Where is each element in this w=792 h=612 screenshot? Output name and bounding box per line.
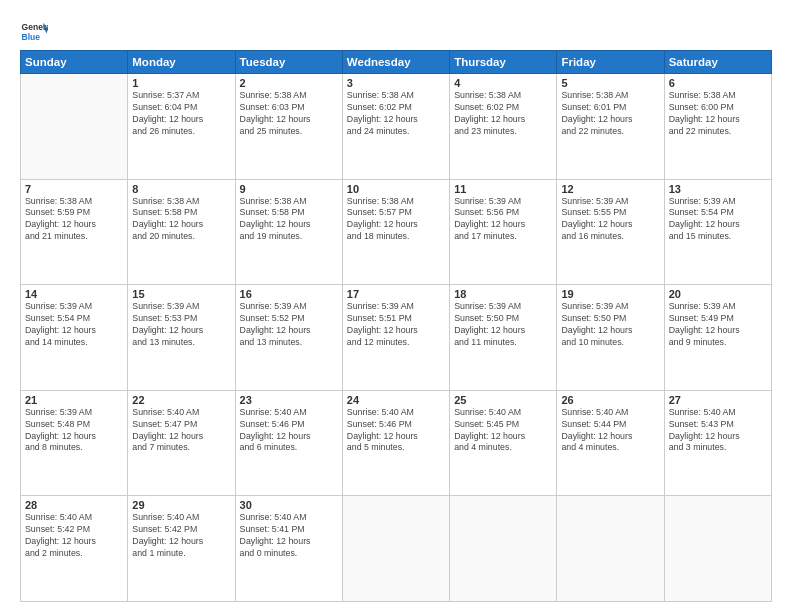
day-number: 3	[347, 77, 445, 89]
day-info: Sunrise: 5:40 AM Sunset: 5:46 PM Dayligh…	[240, 407, 338, 455]
day-info: Sunrise: 5:38 AM Sunset: 5:58 PM Dayligh…	[240, 196, 338, 244]
calendar-cell: 3Sunrise: 5:38 AM Sunset: 6:02 PM Daylig…	[342, 74, 449, 180]
day-info: Sunrise: 5:40 AM Sunset: 5:42 PM Dayligh…	[132, 512, 230, 560]
day-number: 10	[347, 183, 445, 195]
calendar-cell: 13Sunrise: 5:39 AM Sunset: 5:54 PM Dayli…	[664, 179, 771, 285]
col-header-friday: Friday	[557, 51, 664, 74]
calendar-week-row: 28Sunrise: 5:40 AM Sunset: 5:42 PM Dayli…	[21, 496, 772, 602]
day-info: Sunrise: 5:39 AM Sunset: 5:55 PM Dayligh…	[561, 196, 659, 244]
day-info: Sunrise: 5:40 AM Sunset: 5:41 PM Dayligh…	[240, 512, 338, 560]
calendar-week-row: 21Sunrise: 5:39 AM Sunset: 5:48 PM Dayli…	[21, 390, 772, 496]
day-number: 24	[347, 394, 445, 406]
day-number: 17	[347, 288, 445, 300]
day-info: Sunrise: 5:40 AM Sunset: 5:47 PM Dayligh…	[132, 407, 230, 455]
svg-text:Blue: Blue	[22, 32, 41, 42]
calendar-cell: 14Sunrise: 5:39 AM Sunset: 5:54 PM Dayli…	[21, 285, 128, 391]
calendar-cell: 12Sunrise: 5:39 AM Sunset: 5:55 PM Dayli…	[557, 179, 664, 285]
calendar-cell	[450, 496, 557, 602]
col-header-tuesday: Tuesday	[235, 51, 342, 74]
day-number: 22	[132, 394, 230, 406]
day-number: 15	[132, 288, 230, 300]
day-number: 20	[669, 288, 767, 300]
calendar-cell: 11Sunrise: 5:39 AM Sunset: 5:56 PM Dayli…	[450, 179, 557, 285]
day-number: 12	[561, 183, 659, 195]
day-info: Sunrise: 5:39 AM Sunset: 5:50 PM Dayligh…	[454, 301, 552, 349]
calendar-cell: 2Sunrise: 5:38 AM Sunset: 6:03 PM Daylig…	[235, 74, 342, 180]
day-info: Sunrise: 5:39 AM Sunset: 5:53 PM Dayligh…	[132, 301, 230, 349]
day-info: Sunrise: 5:40 AM Sunset: 5:42 PM Dayligh…	[25, 512, 123, 560]
calendar-cell: 7Sunrise: 5:38 AM Sunset: 5:59 PM Daylig…	[21, 179, 128, 285]
day-info: Sunrise: 5:39 AM Sunset: 5:51 PM Dayligh…	[347, 301, 445, 349]
calendar-cell: 9Sunrise: 5:38 AM Sunset: 5:58 PM Daylig…	[235, 179, 342, 285]
calendar-week-row: 1Sunrise: 5:37 AM Sunset: 6:04 PM Daylig…	[21, 74, 772, 180]
col-header-saturday: Saturday	[664, 51, 771, 74]
day-info: Sunrise: 5:40 AM Sunset: 5:46 PM Dayligh…	[347, 407, 445, 455]
day-info: Sunrise: 5:38 AM Sunset: 5:57 PM Dayligh…	[347, 196, 445, 244]
calendar-cell: 5Sunrise: 5:38 AM Sunset: 6:01 PM Daylig…	[557, 74, 664, 180]
day-info: Sunrise: 5:39 AM Sunset: 5:50 PM Dayligh…	[561, 301, 659, 349]
day-number: 11	[454, 183, 552, 195]
calendar-cell: 23Sunrise: 5:40 AM Sunset: 5:46 PM Dayli…	[235, 390, 342, 496]
calendar-cell: 8Sunrise: 5:38 AM Sunset: 5:58 PM Daylig…	[128, 179, 235, 285]
page: General Blue SundayMondayTuesdayWednesda…	[0, 0, 792, 612]
day-info: Sunrise: 5:38 AM Sunset: 5:58 PM Dayligh…	[132, 196, 230, 244]
calendar-cell: 6Sunrise: 5:38 AM Sunset: 6:00 PM Daylig…	[664, 74, 771, 180]
calendar-cell: 29Sunrise: 5:40 AM Sunset: 5:42 PM Dayli…	[128, 496, 235, 602]
day-number: 29	[132, 499, 230, 511]
calendar-header-row: SundayMondayTuesdayWednesdayThursdayFrid…	[21, 51, 772, 74]
day-info: Sunrise: 5:39 AM Sunset: 5:48 PM Dayligh…	[25, 407, 123, 455]
day-info: Sunrise: 5:38 AM Sunset: 6:01 PM Dayligh…	[561, 90, 659, 138]
calendar-cell: 28Sunrise: 5:40 AM Sunset: 5:42 PM Dayli…	[21, 496, 128, 602]
calendar-cell	[664, 496, 771, 602]
day-info: Sunrise: 5:39 AM Sunset: 5:52 PM Dayligh…	[240, 301, 338, 349]
calendar-cell: 30Sunrise: 5:40 AM Sunset: 5:41 PM Dayli…	[235, 496, 342, 602]
day-number: 25	[454, 394, 552, 406]
day-info: Sunrise: 5:38 AM Sunset: 5:59 PM Dayligh…	[25, 196, 123, 244]
day-number: 26	[561, 394, 659, 406]
day-number: 2	[240, 77, 338, 89]
calendar-cell: 24Sunrise: 5:40 AM Sunset: 5:46 PM Dayli…	[342, 390, 449, 496]
day-info: Sunrise: 5:37 AM Sunset: 6:04 PM Dayligh…	[132, 90, 230, 138]
calendar-cell	[21, 74, 128, 180]
calendar-cell: 21Sunrise: 5:39 AM Sunset: 5:48 PM Dayli…	[21, 390, 128, 496]
day-number: 13	[669, 183, 767, 195]
col-header-monday: Monday	[128, 51, 235, 74]
day-number: 18	[454, 288, 552, 300]
day-number: 6	[669, 77, 767, 89]
day-info: Sunrise: 5:38 AM Sunset: 6:02 PM Dayligh…	[454, 90, 552, 138]
day-info: Sunrise: 5:39 AM Sunset: 5:49 PM Dayligh…	[669, 301, 767, 349]
day-number: 8	[132, 183, 230, 195]
calendar-cell: 17Sunrise: 5:39 AM Sunset: 5:51 PM Dayli…	[342, 285, 449, 391]
calendar-cell	[557, 496, 664, 602]
day-info: Sunrise: 5:39 AM Sunset: 5:54 PM Dayligh…	[25, 301, 123, 349]
calendar-cell: 10Sunrise: 5:38 AM Sunset: 5:57 PM Dayli…	[342, 179, 449, 285]
calendar-cell: 4Sunrise: 5:38 AM Sunset: 6:02 PM Daylig…	[450, 74, 557, 180]
calendar-cell: 25Sunrise: 5:40 AM Sunset: 5:45 PM Dayli…	[450, 390, 557, 496]
day-number: 4	[454, 77, 552, 89]
calendar-week-row: 7Sunrise: 5:38 AM Sunset: 5:59 PM Daylig…	[21, 179, 772, 285]
calendar-cell: 26Sunrise: 5:40 AM Sunset: 5:44 PM Dayli…	[557, 390, 664, 496]
calendar-cell: 20Sunrise: 5:39 AM Sunset: 5:49 PM Dayli…	[664, 285, 771, 391]
day-number: 14	[25, 288, 123, 300]
calendar-cell: 27Sunrise: 5:40 AM Sunset: 5:43 PM Dayli…	[664, 390, 771, 496]
day-number: 23	[240, 394, 338, 406]
calendar-cell: 15Sunrise: 5:39 AM Sunset: 5:53 PM Dayli…	[128, 285, 235, 391]
day-info: Sunrise: 5:39 AM Sunset: 5:54 PM Dayligh…	[669, 196, 767, 244]
header: General Blue	[20, 18, 772, 46]
logo-icon: General Blue	[20, 18, 48, 46]
day-number: 7	[25, 183, 123, 195]
calendar-table: SundayMondayTuesdayWednesdayThursdayFrid…	[20, 50, 772, 602]
day-number: 30	[240, 499, 338, 511]
logo: General Blue	[20, 18, 48, 46]
day-number: 5	[561, 77, 659, 89]
day-number: 16	[240, 288, 338, 300]
calendar-week-row: 14Sunrise: 5:39 AM Sunset: 5:54 PM Dayli…	[21, 285, 772, 391]
day-number: 28	[25, 499, 123, 511]
day-info: Sunrise: 5:39 AM Sunset: 5:56 PM Dayligh…	[454, 196, 552, 244]
calendar-cell	[342, 496, 449, 602]
day-info: Sunrise: 5:40 AM Sunset: 5:44 PM Dayligh…	[561, 407, 659, 455]
calendar-cell: 22Sunrise: 5:40 AM Sunset: 5:47 PM Dayli…	[128, 390, 235, 496]
day-info: Sunrise: 5:38 AM Sunset: 6:02 PM Dayligh…	[347, 90, 445, 138]
calendar-cell: 1Sunrise: 5:37 AM Sunset: 6:04 PM Daylig…	[128, 74, 235, 180]
day-number: 19	[561, 288, 659, 300]
